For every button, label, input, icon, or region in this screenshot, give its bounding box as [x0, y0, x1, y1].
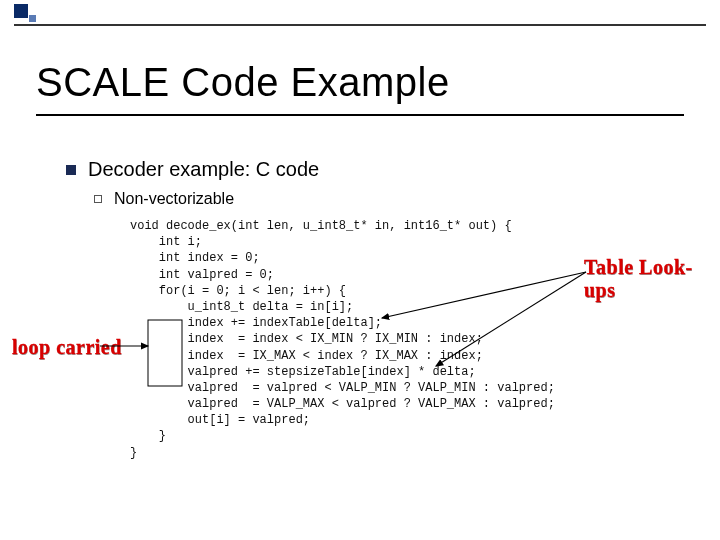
bullet-square-icon: [66, 165, 76, 175]
bullet1-text: Decoder example: C code: [88, 158, 319, 181]
slide: SCALE Code Example Decoder example: C co…: [0, 0, 720, 540]
top-rule: [14, 24, 706, 26]
title-underline: [36, 114, 684, 116]
annotation-table-lookups: Table Look-ups: [584, 256, 720, 302]
code-snippet: void decode_ex(int len, u_int8_t* in, in…: [130, 218, 670, 461]
slide-title: SCALE Code Example: [36, 60, 450, 105]
annotation-loop-carried: loop carried: [12, 336, 122, 359]
bullet2-text: Non-vectorizable: [114, 190, 234, 208]
bullet-level2: Non-vectorizable: [94, 190, 234, 208]
bullet-hollow-square-icon: [94, 195, 102, 203]
bullet-level1: Decoder example: C code: [66, 158, 319, 181]
accent-small-square: [29, 15, 36, 22]
accent-squares: [14, 4, 42, 22]
accent-big-square: [14, 4, 28, 18]
